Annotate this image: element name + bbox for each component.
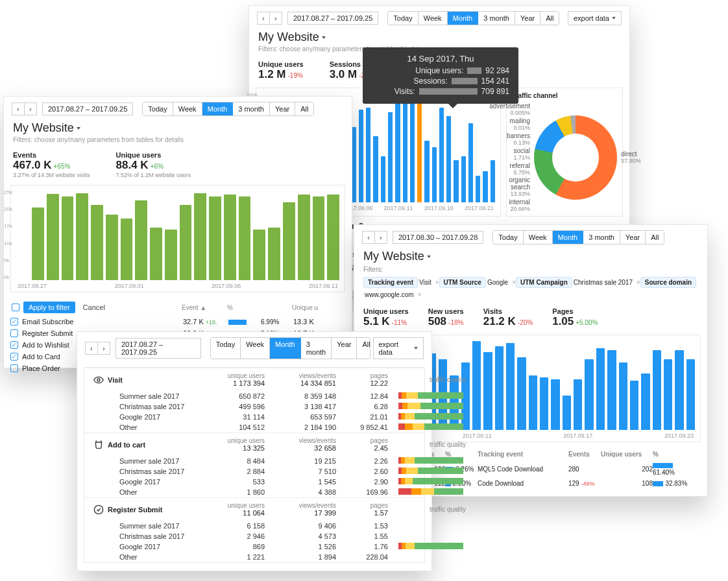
detail-row[interactable]: Other1 2211 894228.04: [84, 552, 424, 562]
range-tab-3month[interactable]: 3 month: [301, 338, 332, 359]
remove-pill-icon[interactable]: ×: [637, 279, 640, 286]
chart-bar[interactable]: [551, 379, 559, 430]
chart-bar[interactable]: [607, 350, 616, 430]
chart-bar[interactable]: [495, 346, 504, 430]
chart-bar[interactable]: [424, 141, 429, 202]
range-tab-all[interactable]: All: [295, 102, 313, 115]
range-tab-all[interactable]: All: [540, 12, 559, 25]
chart-bar[interactable]: [476, 176, 480, 202]
range-tab-today[interactable]: Today: [388, 12, 418, 25]
range-tab-month[interactable]: Month: [553, 231, 584, 244]
row-checkbox[interactable]: [10, 318, 18, 326]
chart-bar[interactable]: [664, 359, 672, 430]
range-tab-year[interactable]: Year: [515, 12, 540, 25]
chart-bar[interactable]: [327, 195, 339, 280]
group-head[interactable]: Visitunique users1 173 394views/events14…: [84, 368, 424, 391]
detail-row[interactable]: Christmas sale 20172 8847 5102.60: [84, 466, 424, 477]
chart-bar[interactable]: [454, 160, 458, 202]
range-tab-week[interactable]: Week: [241, 338, 270, 359]
export-button[interactable]: export data: [568, 11, 622, 25]
select-all-checkbox[interactable]: [12, 303, 19, 311]
range-tab-month[interactable]: Month: [270, 338, 301, 359]
export-button[interactable]: export data: [373, 337, 424, 359]
chart-bar[interactable]: [395, 99, 400, 202]
page-title[interactable]: My Website: [13, 121, 343, 135]
chart-bar[interactable]: [468, 123, 473, 202]
row-checkbox[interactable]: [10, 353, 18, 361]
group-head[interactable]: Add to cartunique users13 325views/event…: [84, 433, 424, 456]
chart-bar[interactable]: [268, 228, 280, 280]
date-range-picker[interactable]: 2017.08.27 – 2017.09.25: [115, 338, 201, 359]
chart-bar[interactable]: [165, 230, 177, 280]
range-tab-week[interactable]: Week: [419, 12, 448, 25]
chart-bar[interactable]: [381, 156, 385, 202]
chart-bar[interactable]: [529, 375, 537, 430]
page-title[interactable]: My Website: [363, 250, 698, 263]
detail-row[interactable]: Summer sale 2017650 8728 359 14812.84: [84, 391, 424, 401]
chart-bar[interactable]: [517, 357, 526, 430]
page-title[interactable]: My Website: [258, 30, 620, 44]
range-tab-month[interactable]: Month: [202, 102, 234, 115]
range-tab-week[interactable]: Week: [173, 102, 202, 115]
prev-button[interactable]: ‹: [362, 231, 375, 244]
chart-bar[interactable]: [675, 350, 683, 430]
chart-bar[interactable]: [432, 147, 437, 202]
row-checkbox[interactable]: [10, 329, 18, 337]
chart-bar[interactable]: [313, 196, 325, 280]
detail-row[interactable]: Other1 8604 388169.96: [84, 487, 424, 497]
prev-button[interactable]: ‹: [12, 102, 25, 115]
chart-bar[interactable]: [298, 195, 310, 280]
chart-bar[interactable]: [106, 215, 118, 280]
chart-bar[interactable]: [540, 377, 548, 430]
range-tab-all[interactable]: All: [357, 338, 370, 359]
next-button[interactable]: ›: [269, 12, 282, 25]
detail-row[interactable]: Summer sale 20176 1589 4061.53: [84, 521, 424, 531]
chart-bar[interactable]: [150, 228, 162, 280]
detail-row[interactable]: Christmas sale 2017499 5963 138 4176.28: [84, 401, 424, 412]
chart-bar[interactable]: [47, 194, 59, 280]
chart-bar[interactable]: [491, 160, 495, 202]
detail-row[interactable]: Google 20178691 5261.76: [84, 541, 424, 552]
chart-bar[interactable]: [366, 108, 370, 202]
chart-bar[interactable]: [410, 101, 415, 202]
chart-bar[interactable]: [653, 350, 661, 430]
chart-bar[interactable]: [32, 208, 44, 280]
apply-filter-button[interactable]: Apply to filter: [23, 302, 75, 313]
chart-bar[interactable]: [483, 171, 487, 202]
detail-row[interactable]: Google 201731 114653 59721.01: [84, 412, 424, 422]
range-tab-year[interactable]: Year: [620, 231, 646, 244]
range-tab-month[interactable]: Month: [448, 12, 479, 25]
range-tab-year[interactable]: Year: [332, 338, 357, 359]
chart-bar[interactable]: [135, 200, 147, 280]
chart-bar[interactable]: [76, 193, 88, 280]
chart-bar[interactable]: [283, 202, 295, 280]
chart-bar[interactable]: [686, 359, 695, 430]
date-range-picker[interactable]: 2017.08.30 – 2017.09.28: [393, 231, 483, 244]
chart-bar[interactable]: [585, 359, 593, 430]
next-button[interactable]: ›: [24, 102, 37, 115]
range-tab-today[interactable]: Today: [493, 231, 523, 244]
chart-bar[interactable]: [121, 219, 133, 280]
detail-row[interactable]: Christmas sale 20172 9464 5731.55: [84, 531, 424, 541]
filter-pill[interactable]: UTM Campaign: [516, 277, 572, 288]
chart-bar[interactable]: [446, 116, 451, 202]
chart-bar[interactable]: [630, 381, 638, 430]
chart-bar[interactable]: [439, 108, 444, 202]
chart-bar[interactable]: [373, 136, 378, 202]
chart-bar[interactable]: [62, 196, 74, 280]
chart-bar[interactable]: [91, 205, 103, 280]
remove-pill-icon[interactable]: ×: [435, 279, 439, 286]
row-checkbox[interactable]: [10, 341, 18, 349]
event-row[interactable]: Email Subscribe32.7 K +18.6.99%13.3 K: [4, 316, 352, 327]
chart-bar[interactable]: [194, 193, 206, 280]
chart-bar[interactable]: [461, 156, 466, 202]
range-tab-year[interactable]: Year: [270, 102, 295, 115]
group-head[interactable]: Register Submitunique users11 064views/e…: [84, 497, 424, 521]
chart-bar[interactable]: [619, 362, 627, 430]
chart-bar[interactable]: [506, 343, 515, 430]
chart-bar[interactable]: [563, 396, 571, 430]
range-tab-all[interactable]: All: [646, 231, 664, 244]
chart-bar[interactable]: [403, 97, 407, 202]
chart-bar[interactable]: [359, 110, 363, 202]
range-tab-3month[interactable]: 3 month: [233, 102, 270, 115]
